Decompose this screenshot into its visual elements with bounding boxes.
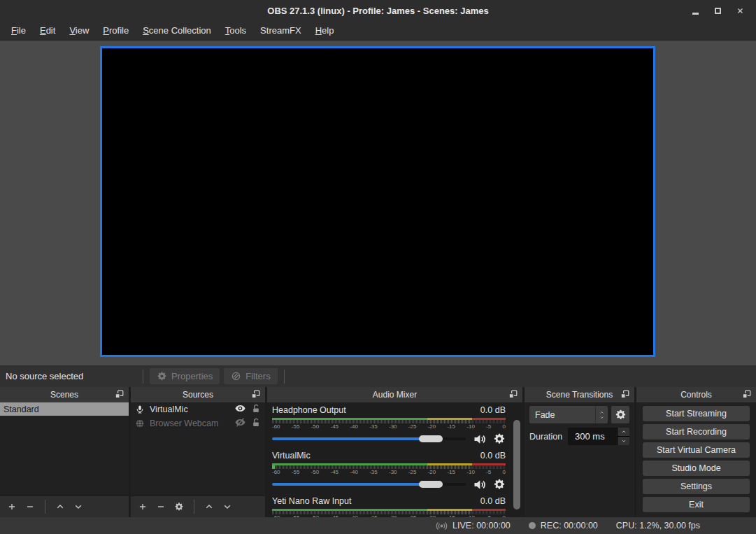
volume-meter: [272, 509, 506, 514]
start-streaming-button[interactable]: Start Streaming: [643, 406, 750, 421]
lock-toggle[interactable]: [251, 404, 261, 416]
menu-profile[interactable]: Profile: [96, 22, 136, 38]
scenes-panel-title: Scenes: [3, 390, 114, 400]
unlock-icon: [251, 418, 261, 428]
scenes-list: Standard: [0, 402, 129, 496]
duration-spinner: [617, 428, 629, 445]
transitions-popout-button[interactable]: [620, 389, 631, 400]
popout-icon: [114, 389, 124, 400]
combobox-spinner[interactable]: [595, 406, 608, 423]
menu-file[interactable]: File: [4, 22, 33, 38]
gear-icon: [174, 502, 184, 512]
close-icon: [736, 7, 744, 15]
live-status: LIVE: 00:00:00: [436, 520, 511, 532]
close-button[interactable]: [734, 4, 746, 17]
mixer-scrollbar[interactable]: [513, 419, 521, 516]
chevron-up-icon: [599, 410, 605, 415]
chevron-down-icon: [599, 415, 605, 420]
meter-tick-label: -10: [466, 469, 475, 475]
mute-button[interactable]: [472, 477, 487, 492]
toolbar-separator: [45, 500, 45, 514]
scenes-panel-header: Scenes: [0, 387, 129, 402]
maximize-icon: [715, 8, 721, 14]
meter-tick-label: -30: [389, 423, 397, 430]
record-dot-icon: [529, 522, 536, 529]
start-recording-button[interactable]: Start Recording: [643, 424, 750, 440]
meter-scale: -60-55-50-45-40-35-30-25-20-15-10-50: [272, 423, 506, 430]
controls-panel: Controls Start Streaming Start Recording…: [636, 387, 756, 517]
controls-popout-button[interactable]: [741, 389, 753, 400]
transition-select[interactable]: Fade: [529, 406, 608, 423]
source-name: VirtualMic: [150, 405, 229, 414]
audio-mixer-panel: Audio Mixer Headphone Output 0.0 dB -60: [267, 387, 522, 517]
gear-icon: [157, 371, 167, 381]
studio-mode-button[interactable]: Studio Mode: [643, 461, 750, 476]
add-scene-button[interactable]: [4, 499, 20, 514]
audio-mixer-panel-title: Audio Mixer: [271, 390, 508, 400]
mixer-name: VirtualMic: [272, 451, 311, 461]
settings-button[interactable]: Settings: [643, 479, 750, 494]
source-item-virtualmic[interactable]: VirtualMic: [131, 402, 265, 416]
add-source-button[interactable]: [135, 499, 150, 514]
mixer-options-button[interactable]: [493, 433, 506, 445]
sources-panel: Sources VirtualMic Browser Webcam: [131, 387, 265, 517]
menu-view[interactable]: View: [62, 22, 96, 38]
globe-icon: [135, 419, 145, 428]
lock-toggle[interactable]: [251, 418, 261, 430]
menu-streamfx[interactable]: StreamFX: [253, 22, 308, 38]
audio-mixer-popout-button[interactable]: [508, 389, 519, 400]
sources-popout-button[interactable]: [250, 389, 262, 400]
minimize-button[interactable]: [689, 4, 701, 17]
menu-tools[interactable]: Tools: [218, 22, 253, 38]
speaker-icon: [472, 432, 487, 447]
menu-help[interactable]: Help: [308, 22, 341, 38]
remove-scene-button[interactable]: [22, 499, 38, 514]
meter-tick-label: 0: [503, 423, 506, 430]
volume-meter: [272, 463, 506, 469]
maximize-button[interactable]: [711, 4, 724, 17]
source-properties-button[interactable]: [171, 499, 187, 514]
mute-button[interactable]: [472, 432, 487, 447]
gear-icon: [493, 433, 506, 445]
move-scene-down-button[interactable]: [71, 499, 86, 514]
visibility-toggle[interactable]: [234, 416, 246, 430]
mixer-options-button[interactable]: [493, 478, 506, 491]
properties-button-label: Properties: [171, 371, 213, 381]
menu-edit[interactable]: Edit: [33, 22, 62, 38]
remove-source-button[interactable]: [153, 499, 169, 514]
move-source-up-button[interactable]: [201, 499, 217, 514]
meter-tick-label: -25: [408, 423, 417, 430]
duration-label: Duration: [529, 432, 568, 442]
meter-tick-label: -40: [350, 469, 358, 475]
mixer-scrollbar-thumb[interactable]: [513, 420, 520, 510]
rec-status: REC: 00:00:00: [529, 521, 598, 531]
start-virtual-camera-button[interactable]: Start Virtual Camera: [643, 442, 750, 458]
volume-slider-handle[interactable]: [419, 435, 443, 442]
dock-area: Scenes Standard Sources: [0, 387, 756, 517]
popout-icon: [508, 389, 518, 400]
filters-icon: [231, 371, 241, 381]
transition-selected-value: Fade: [529, 410, 595, 420]
move-source-down-button[interactable]: [220, 499, 235, 514]
scenes-popout-button[interactable]: [114, 389, 125, 400]
volume-slider[interactable]: [272, 434, 466, 444]
move-scene-up-button[interactable]: [52, 499, 68, 514]
visibility-toggle[interactable]: [234, 402, 246, 416]
duration-increase-button[interactable]: [618, 428, 629, 437]
title-bar[interactable]: OBS 27.1.3 (linux) - Profile: James - Sc…: [0, 0, 756, 21]
exit-button[interactable]: Exit: [643, 497, 750, 512]
source-item-browser-webcam[interactable]: Browser Webcam: [131, 416, 265, 430]
meter-tick-label: -60: [272, 423, 280, 430]
transition-properties-button[interactable]: [611, 406, 629, 423]
properties-button[interactable]: Properties: [150, 368, 220, 384]
mixer-level: 0.0 dB: [480, 405, 506, 415]
duration-spinbox[interactable]: 300 ms: [568, 428, 629, 445]
filters-button[interactable]: Filters: [224, 368, 277, 384]
volume-slider[interactable]: [272, 479, 466, 489]
preview-canvas[interactable]: [100, 46, 655, 357]
volume-slider-handle[interactable]: [419, 481, 443, 488]
scenes-panel: Scenes Standard: [0, 387, 129, 517]
duration-decrease-button[interactable]: [618, 437, 629, 445]
menu-scene-collection[interactable]: Scene Collection: [136, 22, 218, 38]
scene-item-standard[interactable]: Standard: [0, 402, 129, 416]
